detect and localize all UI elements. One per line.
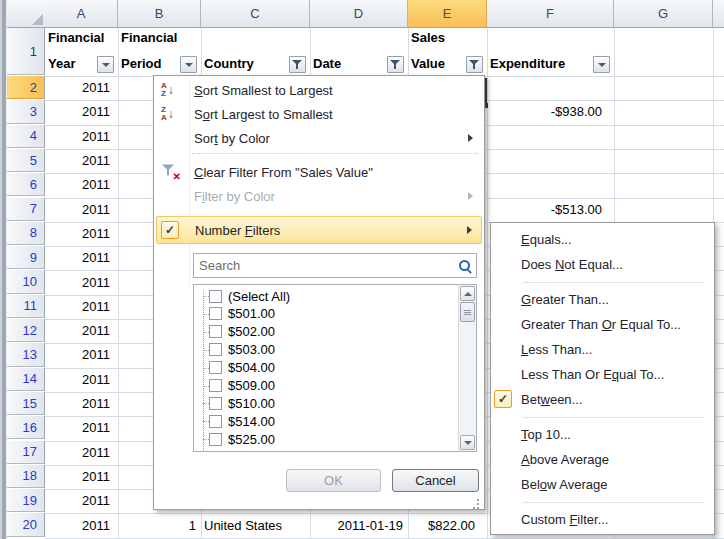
- header-cell-expenditure[interactable]: Expenditure: [487, 28, 613, 76]
- grid-cell-A8[interactable]: 2011: [45, 222, 117, 245]
- submenu-item-custom-filter[interactable]: Custom Filter...: [491, 507, 714, 532]
- checklist-item-partial[interactable]: [194, 448, 458, 452]
- grid-cell-C20[interactable]: United States: [201, 513, 309, 536]
- column-header-D[interactable]: D: [310, 0, 408, 28]
- row-header-8[interactable]: 8: [7, 222, 45, 245]
- search-icon[interactable]: [457, 258, 473, 274]
- header-cell-country[interactable]: Country: [201, 28, 309, 76]
- grid-cell-F3[interactable]: -$938.00: [487, 100, 613, 123]
- filter-button-financial-period[interactable]: [180, 56, 197, 73]
- row-header-20[interactable]: 20: [7, 513, 45, 536]
- row-header-6[interactable]: 6: [7, 173, 45, 196]
- resize-grip[interactable]: [469, 497, 479, 505]
- scroll-down-button[interactable]: [460, 435, 475, 450]
- grid-cell-A17[interactable]: 2011: [45, 441, 117, 464]
- menu-item-sort-largest-to-smallest[interactable]: ZA↓Sort Largest to Smallest: [156, 102, 482, 126]
- grid-cell-A18[interactable]: 2011: [45, 465, 117, 488]
- column-header-G[interactable]: G: [614, 0, 713, 28]
- grid-cell-A10[interactable]: 2011: [45, 270, 117, 293]
- search-input[interactable]: [194, 257, 457, 274]
- row-header-9[interactable]: 9: [7, 246, 45, 269]
- row-header-3[interactable]: 3: [7, 100, 45, 123]
- header-cell-date[interactable]: Date: [310, 28, 407, 76]
- row-header-19[interactable]: 19: [7, 489, 45, 512]
- column-header-partial[interactable]: [713, 0, 724, 28]
- grid-cell-A5[interactable]: 2011: [45, 149, 117, 172]
- submenu-item-below-average[interactable]: Below Average: [491, 472, 714, 497]
- checklist-item[interactable]: $525.00: [194, 430, 458, 448]
- header-cell-financial-year[interactable]: FinancialYear: [45, 28, 117, 76]
- menu-item-number-filters[interactable]: ✓Number Filters: [156, 216, 482, 244]
- checkbox[interactable]: [209, 379, 222, 392]
- submenu-item-less-than-or-equal-to[interactable]: Less Than Or Equal To...: [491, 362, 714, 387]
- row-header-15[interactable]: 15: [7, 392, 45, 415]
- row-header-17[interactable]: 17: [7, 441, 45, 464]
- row-header-7[interactable]: 7: [7, 198, 45, 221]
- checkbox[interactable]: [209, 433, 222, 446]
- menu-item-clear-filter[interactable]: ✕Clear Filter From "Sales Value": [156, 160, 482, 184]
- row-header-5[interactable]: 5: [7, 149, 45, 172]
- column-header-B[interactable]: B: [118, 0, 201, 28]
- grid-cell-A14[interactable]: 2011: [45, 368, 117, 391]
- grid-cell-A12[interactable]: 2011: [45, 319, 117, 342]
- select-all-corner[interactable]: [7, 0, 46, 28]
- filter-button-financial-year[interactable]: [97, 56, 114, 73]
- grid-cell-A9[interactable]: 2011: [45, 246, 117, 269]
- menu-item-sort-smallest-to-largest[interactable]: AZ↓Sort Smallest to Largest: [156, 78, 482, 102]
- checkbox[interactable]: [209, 325, 222, 338]
- column-header-A[interactable]: A: [45, 0, 118, 28]
- grid-cell-A20[interactable]: 2011: [45, 513, 117, 536]
- checkbox[interactable]: [209, 415, 222, 428]
- filter-button-country[interactable]: [289, 56, 306, 73]
- grid-cell-F7[interactable]: -$513.00: [487, 198, 613, 221]
- submenu-item-greater-than-or-equal-to[interactable]: Greater Than Or Equal To...: [491, 312, 714, 337]
- submenu-item-equals[interactable]: Equals...: [491, 227, 714, 252]
- checklist-item[interactable]: $504.00: [194, 359, 458, 377]
- column-header-E[interactable]: E: [408, 0, 487, 28]
- checklist-item[interactable]: $509.00: [194, 377, 458, 395]
- submenu-item-between[interactable]: ✓Between...: [491, 387, 714, 412]
- row-header-12[interactable]: 12: [7, 319, 45, 342]
- column-header-F[interactable]: F: [487, 0, 614, 28]
- grid-cell-A2[interactable]: 2011: [45, 76, 117, 99]
- scroll-thumb[interactable]: [460, 302, 475, 322]
- row-header-2[interactable]: 2: [7, 76, 45, 99]
- grid-cell-A6[interactable]: 2011: [45, 173, 117, 196]
- checkbox[interactable]: [209, 343, 222, 356]
- checklist-item[interactable]: (Select All): [194, 287, 458, 305]
- scroll-up-button[interactable]: [460, 286, 475, 301]
- row-header-16[interactable]: 16: [7, 416, 45, 439]
- row-header-14[interactable]: 14: [7, 368, 45, 391]
- checklist-item[interactable]: $502.00: [194, 323, 458, 341]
- grid-cell-A3[interactable]: 2011: [45, 100, 117, 123]
- checkbox[interactable]: [209, 451, 222, 452]
- submenu-item-greater-than[interactable]: Greater Than...: [491, 287, 714, 312]
- grid-cell-A13[interactable]: 2011: [45, 343, 117, 366]
- ok-button[interactable]: OK: [286, 469, 381, 492]
- cancel-button[interactable]: Cancel: [392, 469, 479, 492]
- grid-cell-A11[interactable]: 2011: [45, 295, 117, 318]
- grid-cell-A7[interactable]: 2011: [45, 198, 117, 221]
- list-scrollbar[interactable]: [458, 285, 476, 451]
- grid-cell-A15[interactable]: 2011: [45, 392, 117, 415]
- row-header-13[interactable]: 13: [7, 343, 45, 366]
- checkbox[interactable]: [209, 397, 222, 410]
- grid-cell-A4[interactable]: 2011: [45, 125, 117, 148]
- header-cell-financial-period[interactable]: FinancialPeriod: [118, 28, 200, 76]
- column-header-C[interactable]: C: [201, 0, 310, 28]
- filter-button-date[interactable]: [387, 56, 404, 73]
- grid-cell-E20[interactable]: $822.00: [408, 513, 486, 536]
- checkbox[interactable]: [209, 290, 222, 303]
- checkbox[interactable]: [209, 361, 222, 374]
- checkbox[interactable]: [209, 307, 222, 320]
- grid-cell-A19[interactable]: 2011: [45, 489, 117, 512]
- checklist-item[interactable]: $510.00: [194, 394, 458, 412]
- checklist-item[interactable]: $503.00: [194, 341, 458, 359]
- checklist-item[interactable]: $514.00: [194, 412, 458, 430]
- submenu-item-less-than[interactable]: Less Than...: [491, 337, 714, 362]
- row-header-18[interactable]: 18: [7, 465, 45, 488]
- filter-button-sales-value[interactable]: [466, 56, 483, 73]
- checklist-item[interactable]: $501.00: [194, 305, 458, 323]
- row-header-11[interactable]: 11: [7, 295, 45, 318]
- submenu-item-above-average[interactable]: Above Average: [491, 447, 714, 472]
